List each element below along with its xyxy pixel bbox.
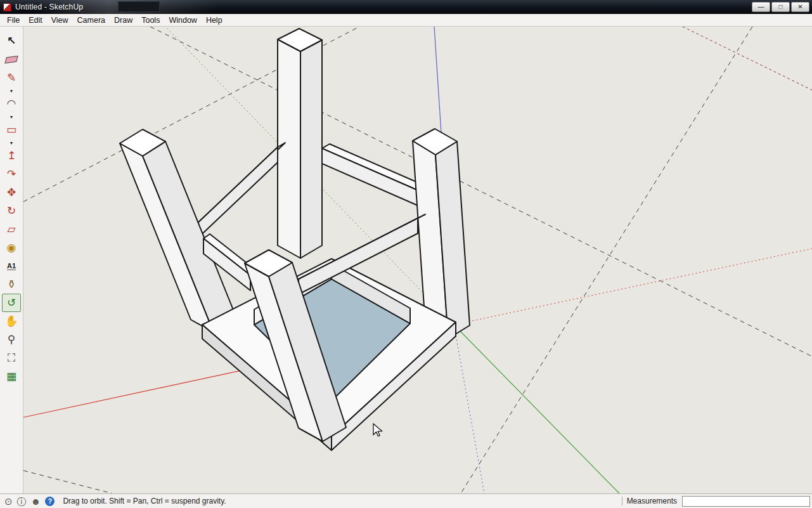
red-axis-dotted xyxy=(454,249,812,325)
measurements-input[interactable] xyxy=(682,496,810,507)
rear-leg-left-face xyxy=(278,39,300,258)
select-tool[interactable]: ↖ xyxy=(2,32,21,50)
title-bar: Untitled - SketchUp — □ ✕ xyxy=(0,0,812,14)
zoom-icon: ⚲ xyxy=(8,334,15,345)
green-axis-line xyxy=(454,325,619,493)
offset-icon: ▱ xyxy=(7,224,15,235)
component-icon: ▦ xyxy=(6,371,16,382)
line-flyout-icon: ▼ xyxy=(10,89,14,93)
drawing-axes xyxy=(23,27,812,493)
menu-tools[interactable]: Tools xyxy=(137,15,164,26)
eraser-tool[interactable] xyxy=(2,50,21,68)
arc-icon: ◠ xyxy=(7,98,16,109)
titlebar-remnant xyxy=(118,1,160,12)
paint-bucket-icon: ⚱ xyxy=(7,279,16,290)
line-flyout-arrow[interactable]: ▼ xyxy=(2,87,21,94)
menu-edit[interactable]: Edit xyxy=(24,15,47,26)
window-controls: — □ ✕ xyxy=(752,2,809,12)
follow-me-tool[interactable]: ↷ xyxy=(2,165,21,183)
credits-icon[interactable]: ⓘ xyxy=(17,497,27,506)
tape-measure-tool[interactable]: ◉ xyxy=(2,238,21,257)
guide-lines xyxy=(23,27,812,493)
guide-line-3 xyxy=(461,27,752,493)
arc-flyout-icon: ▼ xyxy=(10,115,14,119)
measurements-separator xyxy=(622,497,622,505)
sketchup-logo-icon xyxy=(3,3,11,11)
move-tool[interactable]: ✥ xyxy=(2,183,21,202)
viewport[interactable] xyxy=(23,27,812,493)
status-hint: Drag to orbit. Shift = Pan, Ctrl = suspe… xyxy=(63,497,226,505)
push-pull-tool[interactable]: ↥ xyxy=(2,147,21,165)
pan-icon: ✋ xyxy=(4,316,18,327)
rectangle-tool[interactable]: ▭ xyxy=(2,120,21,139)
menu-help[interactable]: Help xyxy=(202,15,227,26)
dimension-icon: A1 xyxy=(7,263,16,270)
rear-leg-right-face xyxy=(300,40,322,258)
guide-line-red xyxy=(683,27,812,90)
rectangle-flyout-arrow[interactable]: ▼ xyxy=(2,139,21,147)
menu-camera[interactable]: Camera xyxy=(73,15,110,26)
close-button[interactable]: ✕ xyxy=(791,2,809,12)
push-pull-icon: ↥ xyxy=(7,150,16,161)
rectangle-icon: ▭ xyxy=(6,124,16,135)
stretcher-left-rear-side xyxy=(193,147,278,242)
cursor-arrow xyxy=(373,424,382,436)
zoom-extents-icon: ⛶ xyxy=(8,353,15,363)
move-icon: ✥ xyxy=(7,187,16,198)
measurements-label: Measurements xyxy=(627,497,677,505)
zoom-extents-tool[interactable]: ⛶ xyxy=(2,349,21,367)
menu-draw[interactable]: Draw xyxy=(110,15,137,26)
rotate-icon: ↻ xyxy=(7,205,16,216)
menu-window[interactable]: Window xyxy=(164,15,201,26)
paint-bucket-tool[interactable]: ⚱ xyxy=(2,275,21,294)
rotate-tool[interactable]: ↻ xyxy=(2,202,21,220)
line-tool[interactable]: ✎ xyxy=(2,68,21,87)
dimension-tool[interactable]: A1 xyxy=(2,257,21,275)
stool-model xyxy=(120,29,470,450)
arc-flyout-arrow[interactable]: ▼ xyxy=(2,113,21,120)
minimize-button[interactable]: — xyxy=(752,2,770,12)
orbit-tool[interactable]: ↺ xyxy=(2,294,21,312)
help-icon[interactable]: ? xyxy=(45,497,55,506)
model-canvas[interactable] xyxy=(23,27,812,493)
select-icon: ↖ xyxy=(7,36,16,46)
orbit-icon: ↺ xyxy=(7,297,16,308)
eraser-icon xyxy=(4,55,18,63)
pan-tool[interactable]: ✋ xyxy=(2,312,21,330)
follow-me-icon: ↷ xyxy=(7,169,16,179)
blue-axis-dotted xyxy=(454,325,484,493)
menu-bar: File Edit View Camera Draw Tools Window … xyxy=(0,14,812,27)
sign-in-icon[interactable]: ☻ xyxy=(31,497,41,506)
rectangle-flyout-icon: ▼ xyxy=(10,141,14,145)
menu-view[interactable]: View xyxy=(47,15,73,26)
tape-measure-icon: ◉ xyxy=(7,242,16,253)
status-bar: ⊙ ⓘ ☻ ? Drag to orbit. Shift = Pan, Ctrl… xyxy=(0,493,812,508)
component-tool[interactable]: ▦ xyxy=(2,367,21,386)
line-icon: ✎ xyxy=(7,72,16,83)
geolocation-icon[interactable]: ⊙ xyxy=(4,497,13,506)
menu-file[interactable]: File xyxy=(3,15,24,26)
tool-palette: ↖ ✎ ▼ ◠ ▼ ▭ ▼ ↥ ↷ ✥ ↻ ▱ ◉ A1 ⚱ ↺ ✋ ⚲ ⛶ ▦ xyxy=(0,27,23,493)
guide-line-4 xyxy=(23,471,112,493)
zoom-tool[interactable]: ⚲ xyxy=(2,330,21,349)
window-title: Untitled - SketchUp xyxy=(15,3,83,11)
arc-tool[interactable]: ◠ xyxy=(2,94,21,113)
maximize-button[interactable]: □ xyxy=(771,2,790,12)
offset-tool[interactable]: ▱ xyxy=(2,220,21,238)
